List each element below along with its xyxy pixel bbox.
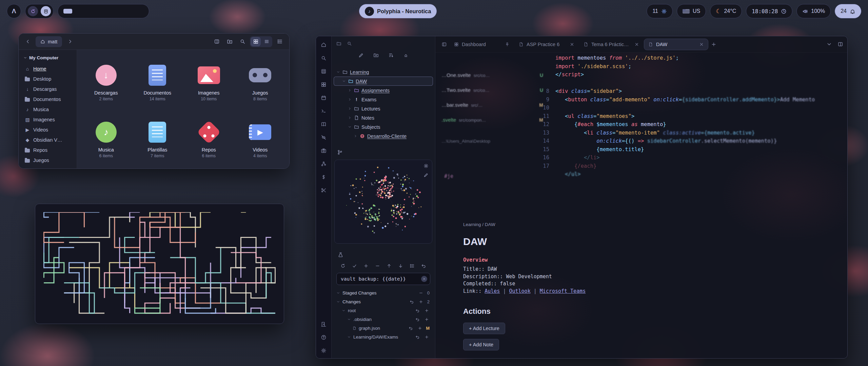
camera-icon[interactable] [321, 147, 327, 154]
tab-dashboard[interactable]: Dashboard [450, 39, 514, 50]
graph-view-panel[interactable] [334, 160, 432, 244]
app-launcher-button[interactable]: Λ [7, 4, 21, 18]
folder-tile-imagenes[interactable]: Imagenes10 items [183, 53, 235, 109]
sidebar-item-descargas[interactable]: ↓Descargas [22, 84, 73, 94]
sidebar-item-videos[interactable]: ▶Videos [22, 125, 73, 135]
note-link-aules[interactable]: Aules [485, 288, 500, 294]
tab-tema-6-pr-cticas[interactable]: Tema 6 Prácticas -… [579, 39, 643, 50]
explorer-row-lectures[interactable]: Lectures [334, 104, 433, 113]
new-note-icon[interactable] [358, 53, 364, 58]
git-row-undo-icon[interactable] [414, 334, 420, 340]
note-breadcrumb[interactable]: Learning / DAW [463, 222, 728, 227]
menu-button[interactable] [274, 36, 285, 47]
clock-module[interactable]: 18:08:28 [746, 4, 792, 18]
explorer-row-exams[interactable]: !Exams [334, 95, 433, 104]
grid-view-button[interactable] [251, 37, 261, 46]
folder-tile-plantillas[interactable]: Plantillas7 items [132, 109, 183, 166]
book-icon[interactable] [321, 121, 327, 127]
tab-asp-practice-6[interactable]: ASP Practice 6 [515, 39, 578, 50]
explorer-row-learning[interactable]: Learning [334, 67, 433, 77]
git-row-graph-json[interactable]: graph.jsonM [332, 324, 435, 332]
home-icon[interactable] [321, 42, 327, 48]
folder-tile-videos[interactable]: ▶Videos4 items [235, 109, 286, 166]
git-row-root[interactable]: root [332, 306, 435, 315]
graphdots-icon[interactable] [321, 161, 327, 167]
graph-settings-icon[interactable] [423, 163, 429, 168]
dice-icon[interactable] [321, 68, 327, 74]
git-row-undo-icon[interactable] [408, 325, 414, 331]
back-button[interactable] [23, 37, 33, 47]
search-tab-icon[interactable] [347, 41, 352, 46]
folder-tile-musica[interactable]: ♪Musica6 items [80, 109, 132, 166]
volume-module[interactable]: 100% [796, 4, 831, 18]
updates-module[interactable]: 11 [647, 4, 673, 18]
git-row-plus-icon[interactable] [423, 334, 430, 340]
git-row-staged-changes[interactable]: Staged Changes0 [332, 288, 435, 297]
git-refresh-icon[interactable] [340, 263, 346, 269]
explorer-row-assignments[interactable]: Assignments [334, 86, 433, 95]
git-branch-icon[interactable] [337, 149, 343, 155]
git-plus-icon[interactable] [363, 263, 369, 269]
folder-tile-repos[interactable]: Repos6 items [183, 109, 235, 166]
git-row-plus-icon[interactable] [423, 307, 430, 313]
git-row-undo-icon[interactable] [414, 307, 420, 313]
sidebar-toggle-button[interactable] [439, 40, 449, 49]
new-tab-button-obsidian[interactable] [709, 40, 718, 49]
list-view-button[interactable] [261, 37, 272, 46]
git-minus-icon[interactable] [374, 263, 380, 269]
explorer-row-desarrollo-cliente[interactable]: Desarrollo-Cliente [334, 131, 433, 141]
calendar-icon[interactable] [321, 95, 327, 101]
new-folder-icon[interactable] [373, 53, 379, 58]
git-row-obsidian[interactable]: .obsidian [332, 315, 435, 324]
editor-area[interactable]: …One.sveltesrc/co…U…Two.sveltesrc/co…U…b… [435, 53, 847, 358]
folder-tile-juegos[interactable]: Juegos8 items [235, 53, 286, 109]
search-icon[interactable] [321, 55, 327, 61]
action-button-add-note[interactable]: + Add Note [463, 339, 499, 350]
sidebar-item-repos[interactable]: Repos [22, 145, 73, 155]
new-tab-button[interactable] [211, 36, 222, 47]
git-up-icon[interactable] [386, 263, 392, 269]
git-row-plus-icon[interactable] [417, 325, 423, 331]
tab-daw[interactable]: DAW [644, 39, 708, 50]
workspaces-module[interactable] [58, 4, 149, 18]
git-undo-icon[interactable] [421, 263, 427, 269]
dollar-icon[interactable] [321, 174, 327, 180]
clear-commit-icon[interactable] [421, 276, 427, 282]
explorer-row-notes[interactable]: Notes [334, 113, 433, 122]
refresh-quick-button[interactable] [28, 6, 38, 16]
git-row-minus-icon[interactable] [418, 290, 424, 296]
flask-icon[interactable] [338, 252, 343, 258]
split-pane-icon[interactable] [837, 41, 843, 47]
help-icon[interactable] [321, 334, 327, 340]
git-row-undo-icon[interactable] [409, 299, 415, 305]
commit-message-input[interactable] [336, 273, 430, 285]
git-row-learning-daw-exams[interactable]: Learning/DAW/Exams [332, 332, 435, 341]
sidebar-item-imagenes[interactable]: ▧Imagenes [22, 115, 73, 125]
explorer-row-daw[interactable]: DAW [334, 77, 433, 86]
graph-filter-icon[interactable] [423, 172, 429, 178]
door-icon[interactable] [321, 321, 327, 327]
git-check-icon[interactable] [351, 263, 357, 269]
sidebar-item-documentos[interactable]: Documentos [22, 94, 73, 104]
action-button-add-lecture[interactable]: + Add Lecture [463, 323, 505, 334]
forward-button[interactable] [65, 37, 75, 47]
note-link-outlook[interactable]: Outlook [509, 288, 530, 294]
sidebar-item-home[interactable]: ⌂Home [22, 64, 73, 74]
folder-tile-documentos[interactable]: Documentos14 items [132, 53, 183, 109]
git-row-plus-icon[interactable] [423, 316, 430, 322]
sort-icon[interactable] [388, 53, 394, 58]
collapse-all-icon[interactable] [403, 53, 409, 58]
sidebar-item-obsidian-v[interactable]: ◆Obsidian V… [22, 135, 73, 145]
tab-list-chevron-icon[interactable] [826, 41, 832, 47]
keyboard-layout-module[interactable]: US [677, 4, 706, 18]
breadcrumb[interactable]: matt [36, 36, 62, 47]
git-down-icon[interactable] [398, 263, 404, 269]
search-button[interactable] [237, 36, 248, 47]
gear-icon[interactable] [321, 347, 327, 353]
git-row-changes[interactable]: Changes2 [332, 297, 435, 306]
terminal-icon[interactable] [321, 108, 327, 114]
weather-module[interactable]: ☾ 24°C [710, 4, 742, 18]
unlink-icon[interactable] [321, 134, 327, 140]
scissors-icon[interactable] [321, 187, 327, 193]
git-row-undo-icon[interactable] [414, 316, 420, 322]
